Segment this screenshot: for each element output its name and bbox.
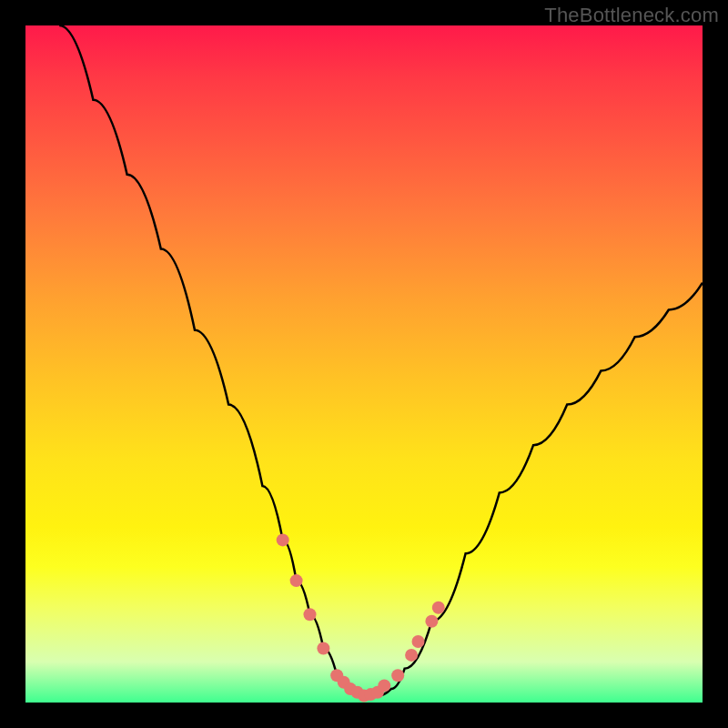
highlight-marker [317,642,329,655]
highlight-marker [412,635,425,648]
highlight-marker [425,615,438,628]
highlight-marker [432,602,445,614]
highlight-marker [391,669,404,682]
highlight-marker [290,574,303,587]
highlight-marker [378,679,390,692]
highlight-marker [405,649,418,662]
bottleneck-curve [59,25,703,696]
chart-plot-area [25,25,703,703]
bottleneck-chart [25,25,703,703]
highlight-marker [304,608,317,621]
highlight-marker [277,533,289,546]
watermark-text: TheBottleneck.com [544,4,719,27]
